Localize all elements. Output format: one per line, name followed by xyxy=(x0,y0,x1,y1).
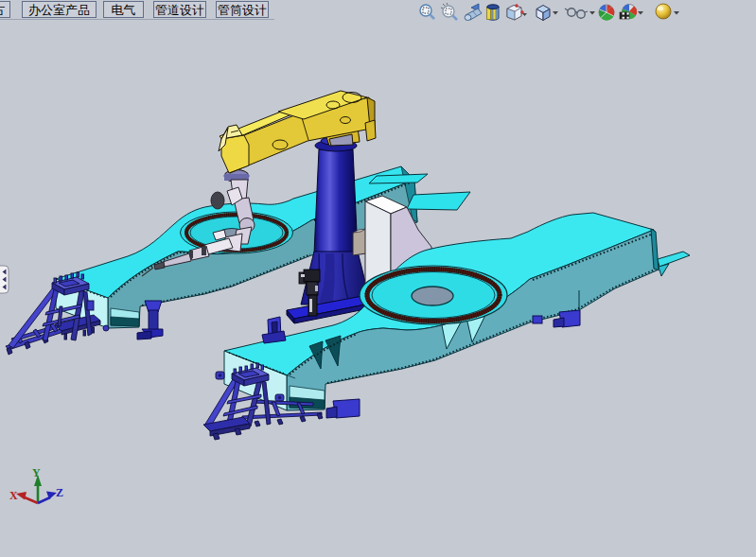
svg-text:X: X xyxy=(9,489,18,502)
svg-text:Y: Y xyxy=(32,466,41,479)
svg-text:Z: Z xyxy=(56,486,63,499)
